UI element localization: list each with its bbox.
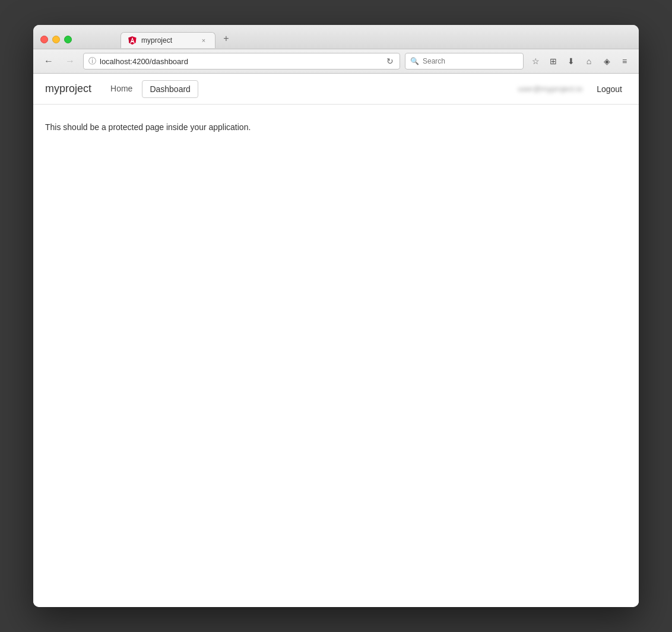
address-bar[interactable]: ⓘ ↻ <box>83 53 400 69</box>
new-tab-button[interactable]: + <box>218 31 234 46</box>
search-icon: 🔍 <box>410 57 419 65</box>
angular-favicon-icon <box>128 36 137 45</box>
back-button[interactable]: ← <box>40 53 57 69</box>
app-container: myproject Home Dashboard user@myproject.… <box>33 74 639 607</box>
reload-button[interactable]: ↻ <box>385 55 395 67</box>
close-button[interactable] <box>40 36 48 43</box>
menu-icon[interactable]: ≡ <box>617 54 632 68</box>
info-icon: ⓘ <box>88 56 96 67</box>
app-nav-links: Home Dashboard <box>103 80 518 98</box>
app-brand: myproject <box>45 83 91 95</box>
nav-bar: ← → ⓘ ↻ 🔍 ☆ ⊞ ⬇ ⌂ ◈ ≡ <box>33 49 639 74</box>
logout-button[interactable]: Logout <box>592 82 627 96</box>
shield-icon[interactable]: ◈ <box>600 54 614 68</box>
active-tab[interactable]: myproject × <box>121 32 215 48</box>
search-input[interactable] <box>423 57 518 65</box>
app-navbar: myproject Home Dashboard user@myproject.… <box>33 74 639 105</box>
maximize-button[interactable] <box>64 36 72 43</box>
app-navbar-right: user@myproject.io Logout <box>518 82 627 96</box>
home-icon[interactable]: ⌂ <box>582 54 596 68</box>
minimize-button[interactable] <box>52 36 60 43</box>
tab-close-button[interactable]: × <box>199 36 208 45</box>
forward-button[interactable]: → <box>62 53 78 69</box>
tab-title: myproject <box>141 36 195 45</box>
search-bar[interactable]: 🔍 <box>405 53 524 69</box>
reading-list-icon[interactable]: ⊞ <box>546 54 560 68</box>
window-controls <box>40 36 72 43</box>
download-icon[interactable]: ⬇ <box>564 54 578 68</box>
bookmark-icon[interactable]: ☆ <box>528 54 543 68</box>
title-bar-top: myproject × + <box>33 25 639 49</box>
tab-bar: myproject × + <box>79 31 632 48</box>
browser-action-icons: ☆ ⊞ ⬇ ⌂ ◈ ≡ <box>528 54 632 68</box>
user-email: user@myproject.io <box>518 84 583 93</box>
title-bar: myproject × + <box>33 25 639 49</box>
nav-dashboard-link[interactable]: Dashboard <box>142 80 198 98</box>
address-input[interactable] <box>100 57 382 66</box>
page-text: This should be a protected page inside y… <box>45 122 627 132</box>
browser-window: myproject × + ← → ⓘ ↻ 🔍 ☆ ⊞ ⬇ ⌂ ◈ ≡ <box>33 25 639 607</box>
page-content: This should be a protected page inside y… <box>33 105 639 150</box>
nav-home-link[interactable]: Home <box>103 80 140 98</box>
